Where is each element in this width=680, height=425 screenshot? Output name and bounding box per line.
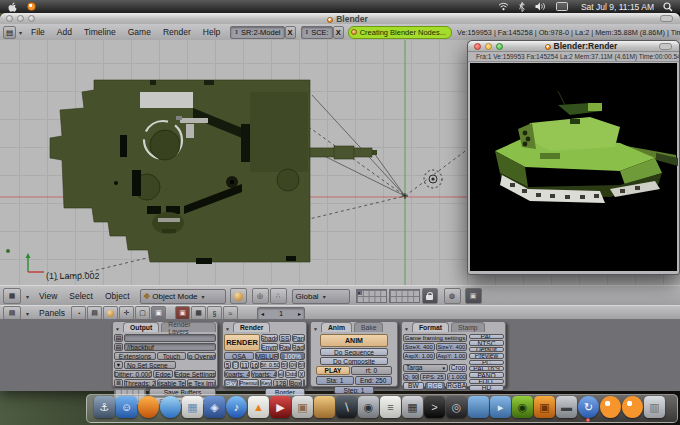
- dock-item-firefox[interactable]: [138, 396, 159, 418]
- buttons-editor-type-icon[interactable]: ▤: [3, 306, 21, 320]
- premul-toggle[interactable]: Premul: [239, 379, 259, 387]
- preset-full-button[interactable]: FULL: [469, 379, 504, 384]
- preset-pal-button[interactable]: PAL: [469, 334, 504, 339]
- render-button[interactable]: RENDER: [224, 334, 260, 351]
- script-context-icon[interactable]: ▤: [87, 306, 102, 320]
- dock-item-itunes[interactable]: ♪: [226, 396, 247, 418]
- dock-item-sync[interactable]: ↻: [578, 396, 599, 418]
- viewport-editor-type-icon[interactable]: ▦: [3, 288, 21, 304]
- step-field[interactable]: Step: 1: [334, 386, 374, 394]
- menu-file[interactable]: File: [31, 27, 45, 37]
- menu-object[interactable]: Object: [105, 291, 130, 301]
- tab-render[interactable]: Render: [233, 322, 270, 332]
- dock-item-printer[interactable]: ▬: [556, 396, 577, 418]
- dock-item-blender[interactable]: [600, 396, 621, 418]
- filter-dropdown[interactable]: Box: [289, 379, 302, 387]
- play-button[interactable]: PLAY: [316, 366, 350, 375]
- rgb-toggle[interactable]: RGB: [425, 382, 446, 390]
- preset-hd-button[interactable]: HD: [469, 385, 504, 390]
- odd-toggle[interactable]: Odd: [285, 370, 297, 378]
- bluetooth-icon[interactable]: [519, 2, 525, 12]
- dock-item-textedit[interactable]: ≡: [380, 396, 401, 418]
- game-framing-button[interactable]: Game framing settings: [403, 334, 467, 342]
- bw-toggle[interactable]: BW: [403, 382, 424, 390]
- menu-add[interactable]: Add: [57, 27, 72, 37]
- scene-delete-button[interactable]: X: [333, 26, 344, 39]
- viewport-menu-collapse-icon[interactable]: ▾: [26, 293, 29, 300]
- threads-field[interactable]: Threads: 2: [124, 379, 156, 387]
- menu-select[interactable]: Select: [69, 291, 93, 301]
- render-window-titlebar[interactable]: Blender:Render: [468, 41, 679, 52]
- transform-orientation-dropdown[interactable]: Global▾: [292, 289, 350, 304]
- tab-format[interactable]: Format: [412, 322, 449, 332]
- zoom-button[interactable]: [496, 43, 503, 50]
- osa-toggle[interactable]: OSA: [224, 352, 254, 360]
- toolbar-toggle-widget[interactable]: [659, 43, 672, 50]
- frame-counter[interactable]: ◂1▸: [257, 307, 305, 320]
- sound-subcontext-icon[interactable]: ≈: [223, 306, 238, 320]
- octree-dropdown[interactable]: 128: [273, 379, 288, 387]
- tab-stamp[interactable]: Stamp: [451, 322, 485, 332]
- preset-pal169-button[interactable]: PAL 16:9: [469, 366, 504, 371]
- volume-icon[interactable]: [535, 2, 546, 11]
- dither-slider[interactable]: Dither: 0.000: [114, 370, 152, 378]
- menu-bar-clock[interactable]: Sat Jul 9, 11:15 AM: [581, 2, 654, 12]
- layer-buttons-group-2[interactable]: [389, 289, 420, 303]
- edge-settings-button[interactable]: Edge Settings: [174, 370, 216, 378]
- rt-field[interactable]: rt: 0: [351, 366, 392, 375]
- filter-size[interactable]: 0.50: [303, 379, 305, 387]
- size-75-button[interactable]: 75%: [281, 361, 288, 369]
- dock-item-blender-cube[interactable]: ▣: [534, 396, 555, 418]
- sizex-field[interactable]: SizeX: 400: [403, 343, 435, 351]
- close-button[interactable]: [474, 43, 481, 50]
- extensions-button[interactable]: Extensions: [114, 352, 156, 360]
- preset-ntsc-button[interactable]: NTSC: [469, 340, 504, 345]
- sequencer-subcontext-icon[interactable]: ▦: [191, 306, 206, 320]
- aspy-field[interactable]: AspY: 1.00: [436, 352, 468, 360]
- preset-pc-button[interactable]: PC: [469, 360, 504, 365]
- render-result-image[interactable]: [470, 63, 677, 271]
- preset-preview-button[interactable]: Preview: [469, 353, 504, 358]
- edge-button[interactable]: Edge: [153, 370, 173, 378]
- zoom-button[interactable]: [28, 15, 35, 22]
- close-button[interactable]: [6, 15, 13, 22]
- touch-button[interactable]: Touch: [157, 352, 186, 360]
- envmap-toggle[interactable]: Envm: [261, 343, 278, 351]
- fields-toggle[interactable]: Fields: [278, 370, 284, 378]
- osa-11-button[interactable]: 11: [240, 361, 249, 369]
- blender-app-menu-icon[interactable]: [27, 2, 36, 11]
- layer-buttons-group-1[interactable]: [356, 289, 387, 303]
- aspx-field[interactable]: AspX: 1.00: [403, 352, 435, 360]
- logic-context-icon[interactable]: ◔: [71, 306, 86, 320]
- render-subcontext-icon[interactable]: ▣: [175, 306, 190, 320]
- dock-item-grapher[interactable]: ◈: [204, 396, 225, 418]
- backbuf-field[interactable]: //backbuf: [124, 343, 216, 351]
- dock-item-camera[interactable]: ◉: [358, 396, 379, 418]
- shadow-toggle[interactable]: Shado: [261, 334, 278, 342]
- mblur-toggle[interactable]: MBLUR: [255, 352, 279, 360]
- disable-tex-button[interactable]: Disable Te..: [157, 379, 186, 387]
- scene-context-icon[interactable]: ▣: [151, 306, 166, 320]
- viewport-render-icon[interactable]: ▣: [465, 288, 482, 304]
- dock-item-calculator[interactable]: ▦: [402, 396, 423, 418]
- dock-item-anchor-app[interactable]: ⚓: [94, 396, 115, 418]
- minimize-button[interactable]: [485, 43, 492, 50]
- menu-game[interactable]: Game: [128, 27, 151, 37]
- preset-pano-button[interactable]: PANO: [469, 372, 504, 377]
- object-context-icon[interactable]: ✛: [119, 306, 134, 320]
- mode-dropdown[interactable]: ✥ Object Mode▾: [140, 289, 226, 304]
- pivot-icon[interactable]: ◎: [252, 288, 269, 304]
- do-composite-toggle[interactable]: Do Composite: [320, 357, 388, 365]
- osa-5-button[interactable]: 5: [224, 361, 231, 369]
- screen-selector[interactable]: ⇕SR:2-Model: [230, 26, 284, 39]
- ray-toggle[interactable]: Ray: [279, 343, 291, 351]
- osa-8-button[interactable]: 8: [232, 361, 239, 369]
- dock-item-browser-sphere[interactable]: [160, 396, 181, 418]
- snap-icon[interactable]: ∴: [270, 288, 287, 304]
- editing-context-icon[interactable]: ▢: [135, 306, 150, 320]
- osa-16-button[interactable]: 16: [250, 361, 259, 369]
- dock-item-folder-apps[interactable]: ▸: [490, 396, 511, 418]
- tab-render-layers[interactable]: Render Layers: [161, 322, 216, 332]
- set-scene-dropdown[interactable]: No Set Scene: [124, 361, 176, 369]
- tab-anim[interactable]: Anim: [321, 322, 352, 332]
